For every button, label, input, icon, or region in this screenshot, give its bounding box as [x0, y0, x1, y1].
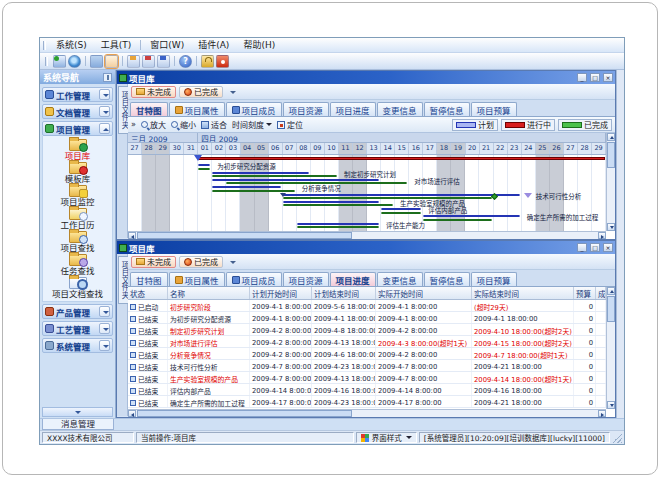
gantt-plan-bar-分析竞争情况[interactable] [212, 186, 280, 188]
sidebar-item-项目库[interactable]: 项目库 [43, 139, 112, 161]
scroll-thumb[interactable] [137, 410, 352, 417]
table-row[interactable]: 已结束确定生产所需的加工过程2009-4-17 8:00:002009-4-23… [128, 396, 606, 408]
gantt-plan-bar-评估内部产品[interactable] [381, 208, 421, 210]
column-header-名称[interactable]: 名称 [168, 287, 250, 299]
zoom-in-button[interactable]: 放大 [141, 119, 166, 130]
scroll-up-icon[interactable] [607, 287, 615, 295]
folder-icon[interactable] [90, 55, 103, 68]
ui-style-button[interactable]: 界面样式 [356, 432, 417, 443]
table-row[interactable]: 已启动初步研究阶段2009-4-1 8:00:002009-5-6 18:00:… [128, 300, 606, 312]
gantt-filter-未完成[interactable]: 未完成 [131, 86, 176, 98]
project-folder-side-tab[interactable]: 项目文件夹 [117, 84, 128, 238]
gantt-tab-项目预算[interactable]: 项目预算 [471, 102, 517, 116]
menu-item-3[interactable]: 窗口(W) [143, 39, 191, 52]
computer-add-icon[interactable] [53, 55, 66, 68]
gantt-vertical-scrollbar[interactable] [606, 133, 615, 231]
menu-item-2[interactable]: 工具(T) [94, 39, 139, 52]
gantt-actual-bar-为初步研究分配资源[interactable] [198, 168, 210, 170]
help-icon[interactable] [179, 55, 192, 68]
resize-grip[interactable] [612, 433, 622, 443]
sidebar-group-工作管理[interactable]: 工作管理 [42, 87, 113, 102]
scroll-thumb[interactable] [137, 232, 352, 239]
gantt-tab-甘特图[interactable]: 甘特图 [130, 102, 168, 116]
gantt-plan-bar-评估生产能力[interactable] [297, 223, 379, 225]
gantt-tab-变更信息[interactable]: 变更信息 [377, 102, 423, 116]
minimize-icon[interactable]: _ [577, 243, 587, 252]
mail-doc-icon[interactable] [127, 55, 140, 68]
gantt-plan-bar-技术可行性分析[interactable] [283, 194, 520, 196]
sidebar-item-项目查找[interactable]: 项目查找 [43, 231, 112, 253]
scroll-right-icon[interactable] [598, 232, 606, 239]
scroll-left-icon[interactable] [128, 232, 136, 239]
table-row[interactable]: 已结束为初步研究分配资源2009-4-1 8:00:002009-4-1 18:… [128, 312, 606, 324]
zoom-out-button[interactable]: 缩小 [171, 119, 196, 130]
chevron-down-icon[interactable] [99, 89, 110, 100]
column-header-预算[interactable]: 预算 [574, 287, 596, 299]
column-header-计划结束时间[interactable]: 计划结束时间 [312, 287, 376, 299]
column-header-实际开始时间[interactable]: 实际开始时间 [376, 287, 472, 299]
gantt-plan-bar-制定初步研究计划[interactable] [212, 172, 308, 174]
table-row[interactable]: 已结束分析竞争情况2009-4-2 8:00:002009-4-6 18:00:… [128, 348, 606, 360]
mdi-scrollbar[interactable] [616, 70, 624, 418]
maximize-icon[interactable]: □ [590, 73, 600, 82]
table-window-titlebar[interactable]: 项目库 _ □ × [117, 241, 615, 254]
table-horizontal-scrollbar[interactable] [128, 409, 606, 417]
sidebar-item-工作日历[interactable]: 工作日历 [43, 208, 112, 230]
chevron-down-icon[interactable] [99, 106, 110, 117]
gantt-plan-bar-对市场进行评估[interactable] [212, 179, 379, 181]
scroll-thumb[interactable] [607, 296, 615, 322]
gantt-tab-项目进度[interactable]: 项目进度 [330, 102, 376, 116]
scroll-right-icon[interactable] [598, 410, 606, 417]
table-vertical-scrollbar[interactable] [606, 287, 615, 409]
table-tab-项目成员[interactable]: 项目成员 [226, 272, 282, 286]
filters-more-button[interactable] [228, 257, 238, 267]
maximize-icon[interactable]: □ [590, 243, 600, 252]
close-icon[interactable]: × [603, 73, 613, 82]
menu-item-4[interactable]: 插件(A) [191, 39, 236, 52]
gantt-actual-bar-分析竞争情况[interactable] [212, 190, 294, 192]
gantt-actual-bar-评估内部产品[interactable] [381, 212, 421, 214]
sidebar-group-系统管理[interactable]: 系统管理 [42, 338, 113, 353]
table-row[interactable]: 已结束制定初步研究计划2009-4-2 8:00:002009-4-8 18:0… [128, 324, 606, 336]
time-scale-button[interactable]: 时间刻度 [232, 119, 272, 130]
scroll-down-icon[interactable] [607, 401, 615, 409]
gantt-actual-bar-确定生产所需的加工过程[interactable] [423, 219, 491, 221]
gantt-actual-bar-技术可行性分析[interactable] [283, 197, 492, 199]
sidebar-item-项目文档查找[interactable]: 项目文档查找 [43, 277, 112, 299]
table-tab-项目资源[interactable]: 项目资源 [283, 272, 329, 286]
scroll-up-icon[interactable] [607, 133, 615, 141]
menu-item-5[interactable]: 帮助(H) [236, 39, 282, 52]
menu-item-1[interactable]: 系统(S) [49, 39, 94, 52]
table-row[interactable]: 已结束评估内部产品2009-4-14 8:00:002009-4-16 18:0… [128, 384, 606, 396]
gantt-plan-bar-生产实验室规模的产品[interactable] [283, 201, 379, 203]
fit-button[interactable]: 适合 [201, 119, 227, 130]
globe-icon[interactable] [68, 55, 81, 68]
chevron-down-icon[interactable] [99, 306, 110, 317]
chevron-down-icon[interactable] [99, 340, 110, 351]
project-folder-side-tab[interactable]: 项目文件夹 [117, 254, 128, 416]
pin-icon[interactable] [103, 73, 112, 82]
table-row[interactable]: 已结束生产实验室规模的产品2009-4-7 8:00:002009-4-13 1… [128, 372, 606, 384]
scroll-down-icon[interactable] [607, 223, 615, 231]
gantt-horizontal-scrollbar[interactable] [128, 231, 606, 239]
gantt-plan-bar-为初步研究分配资源[interactable] [198, 164, 210, 166]
gantt-actual-bar-评估生产能力[interactable] [297, 226, 379, 228]
gantt-actual-bar-制定初步研究计划[interactable] [212, 175, 337, 177]
scroll-thumb[interactable] [607, 142, 615, 168]
table-tab-变更信息[interactable]: 变更信息 [377, 272, 423, 286]
chevron-down-icon[interactable] [99, 323, 110, 334]
lock-icon[interactable] [201, 55, 214, 68]
gantt-tab-项目资源[interactable]: 项目资源 [283, 102, 329, 116]
close-icon[interactable]: × [603, 243, 613, 252]
sidebar-overflow-button[interactable] [42, 407, 113, 417]
gantt-actual-bar-生产实验室规模的产品[interactable] [283, 204, 393, 206]
sidebar-item-任务查找[interactable]: 任务查找 [43, 254, 112, 276]
table-filter-已完成[interactable]: 已完成 [179, 256, 223, 268]
gantt-bar-初步研究阶段[interactable] [198, 157, 605, 160]
scroll-left-icon[interactable] [128, 410, 136, 417]
sidebar-item-项目监控[interactable]: 项目监控 [43, 185, 112, 207]
table-tab-项目进度[interactable]: 项目进度 [330, 272, 376, 286]
gantt-tab-暂停信息[interactable]: 暂停信息 [424, 102, 470, 116]
gantt-filter-已完成[interactable]: 已完成 [179, 86, 223, 98]
table-row[interactable]: 已结束对市场进行评估2009-4-2 8:00:002009-4-13 18:0… [128, 336, 606, 348]
